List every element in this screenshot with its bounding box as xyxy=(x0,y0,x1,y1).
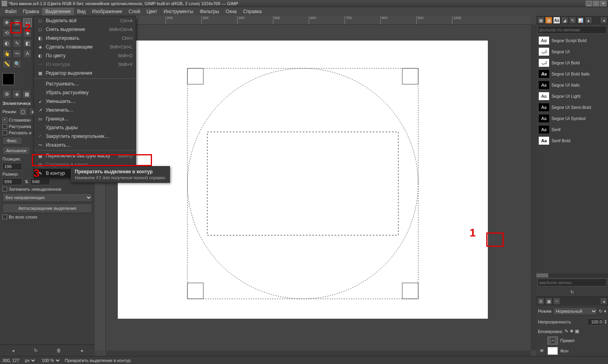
tool-measure[interactable]: 📏 xyxy=(2,60,11,68)
dim-checkbox[interactable] xyxy=(2,187,7,192)
rtab-7[interactable]: ▲ xyxy=(585,17,592,24)
opttab-1[interactable]: ⚙ xyxy=(2,90,11,99)
tool-smudge[interactable]: 👆 xyxy=(2,49,11,58)
menu-item[interactable]: Убрать растушёвку xyxy=(34,88,136,97)
tool-warp[interactable]: 〰 xyxy=(13,29,21,37)
font-item[interactable]: AaSegoe UI Semi-Bold xyxy=(536,102,608,113)
feather-checkbox[interactable] xyxy=(2,124,7,129)
menu-инструменты[interactable]: Инструменты xyxy=(160,8,197,15)
opttab-2[interactable]: ◈ xyxy=(12,90,21,99)
menu-item[interactable]: ▦Редактор выделения xyxy=(34,69,136,77)
menu-item[interactable]: □Снять выделениеShift+Ctrl+A xyxy=(34,25,136,34)
font-item[interactable]: ابSegoe UI Bold xyxy=(536,57,608,68)
minimize-button[interactable]: _ xyxy=(586,1,592,6)
menu-слой[interactable]: Слой xyxy=(125,8,143,15)
canvas-page[interactable] xyxy=(118,41,488,319)
tool-align[interactable]: ⊞ xyxy=(13,18,21,27)
rtab-menu[interactable]: ◂ xyxy=(600,17,607,24)
opttab-3[interactable]: ▦ xyxy=(22,90,31,99)
mode-reset[interactable]: ↻ xyxy=(599,309,602,314)
font-list[interactable]: AɑSegoe Script BoldابSegoe UIابSegoe UI … xyxy=(536,35,608,273)
size-w-input[interactable] xyxy=(2,178,22,185)
rtab-4[interactable]: ◢ xyxy=(561,17,568,24)
font-item[interactable]: AaSegoe UI Light xyxy=(536,91,608,102)
botbtn-4[interactable]: ◂ xyxy=(78,347,86,354)
font-item[interactable]: AaSegoe UI Italic xyxy=(536,79,608,91)
menu-item[interactable]: Растушевать… xyxy=(34,79,136,88)
menu-фильтры[interactable]: Фильтры xyxy=(197,8,222,15)
rtab-fonts[interactable]: Aa xyxy=(553,17,560,24)
rtab-6[interactable]: 📊 xyxy=(577,17,584,24)
scrollbar-vertical[interactable] xyxy=(531,25,536,350)
botbtn-3[interactable]: 🗑 xyxy=(55,347,63,354)
scrollbar-horizontal[interactable] xyxy=(106,350,531,356)
menu-файл[interactable]: Файл xyxy=(2,8,20,15)
status-zoom-select[interactable]: 100 % xyxy=(40,358,61,363)
close-button[interactable]: ✕ xyxy=(600,1,606,6)
autoshrink-button[interactable]: Автосокращение выделения xyxy=(2,203,92,213)
menu-item[interactable]: □Выделить всёCtrl+A xyxy=(34,16,136,25)
ltab-layers[interactable]: ☰ xyxy=(537,298,544,305)
opacity-input[interactable] xyxy=(587,318,603,325)
menu-item[interactable]: ◈Сделать плавающимShift+Ctrl+L xyxy=(34,43,136,51)
guides-select[interactable]: Без направляющих xyxy=(2,193,92,202)
layer-visibility-icon[interactable]: 👁 xyxy=(539,348,545,354)
font-item[interactable]: AaSerif xyxy=(536,124,608,135)
botbtn-1[interactable]: ◂ xyxy=(9,347,17,354)
menu-item[interactable]: Удалить дыры xyxy=(34,123,136,132)
lock-alpha-icon[interactable]: ▦ xyxy=(575,329,579,334)
menu-вид[interactable]: Вид xyxy=(74,8,89,15)
tool-zoom[interactable]: 🔍 xyxy=(13,60,21,68)
fixed-button[interactable]: Фикс. xyxy=(2,137,22,145)
menu-item[interactable]: ▭Граница… xyxy=(34,114,136,123)
botbtn-2[interactable]: ↻ xyxy=(32,347,40,354)
drawfrom-checkbox[interactable] xyxy=(2,130,7,135)
ltab-channels[interactable]: ▦ xyxy=(545,298,552,305)
ltab-menu[interactable]: ◂ xyxy=(600,298,607,305)
rtab-5[interactable]: ✎ xyxy=(569,17,576,24)
menu-правка[interactable]: Правка xyxy=(20,8,43,15)
tool-move[interactable]: ✥ xyxy=(2,18,11,27)
mode-select[interactable]: Нормальный xyxy=(553,307,597,315)
font-item[interactable]: AaSegoe UI Symbol xyxy=(536,113,608,124)
layer-item[interactable]: AПривет xyxy=(536,335,608,346)
ruler-horizontal[interactable]: 1002003004005006007008009001000 xyxy=(106,16,531,25)
menu-item[interactable]: ▦Переключить быструю маскуShift+Q xyxy=(34,151,136,160)
rtab-brushes[interactable]: ▦ xyxy=(537,17,544,24)
canvas[interactable] xyxy=(106,25,531,350)
menu-выделение[interactable]: Выделение xyxy=(42,8,74,15)
font-item[interactable]: AaSerif Bold xyxy=(536,135,608,146)
mode-replace[interactable]: ▢ xyxy=(19,107,27,116)
menu-item[interactable]: ↙Уменьшить… xyxy=(34,97,136,106)
lock-pixel-icon[interactable]: ✎ xyxy=(565,329,568,334)
status-unit-select[interactable]: px xyxy=(23,358,36,363)
tool-path[interactable]: 〜 xyxy=(13,49,21,58)
maximize-button[interactable]: □ xyxy=(593,1,599,6)
mode-arrow[interactable]: ▾ xyxy=(604,309,606,314)
menu-item[interactable]: ◜Закруглить прямоугольник… xyxy=(34,132,136,141)
font-tags-input[interactable] xyxy=(538,279,607,287)
rtab-patterns[interactable]: ▦ xyxy=(545,17,552,24)
menu-item[interactable]: ◐По цветуShift+O xyxy=(34,51,136,60)
font-filter-input[interactable] xyxy=(538,26,607,34)
font-item[interactable]: AaSegoe UI Bold Italic xyxy=(536,68,608,79)
menu-item[interactable]: ↗Увеличить… xyxy=(34,106,136,114)
menu-item[interactable]: ◧ИнвертироватьCtrl+I xyxy=(34,34,136,43)
position-x-input[interactable] xyxy=(2,163,22,170)
refresh-icon[interactable]: ↻ xyxy=(536,288,608,296)
antialias-checkbox[interactable] xyxy=(2,118,7,122)
tool-rotate[interactable]: ⟲ xyxy=(2,29,11,37)
tool-eraser[interactable]: ◧ xyxy=(23,39,32,48)
font-scroll[interactable] xyxy=(536,273,608,277)
ltab-paths[interactable]: 〰 xyxy=(553,298,560,305)
tool-gradient[interactable]: ◐ xyxy=(2,39,11,48)
font-item[interactable]: ابSegoe UI xyxy=(536,46,608,57)
font-item[interactable]: AɑSegoe Script Bold xyxy=(536,35,608,46)
menu-item[interactable]: 〜Исказить… xyxy=(34,141,136,149)
alllayers-checkbox[interactable] xyxy=(2,215,7,219)
menu-справка[interactable]: Справка xyxy=(240,8,265,15)
menu-изображение[interactable]: Изображение xyxy=(89,8,125,15)
tool-pencil[interactable]: ✎ xyxy=(13,39,21,48)
menu-окна[interactable]: Окна xyxy=(222,8,240,15)
tool-text[interactable]: A xyxy=(23,49,32,58)
